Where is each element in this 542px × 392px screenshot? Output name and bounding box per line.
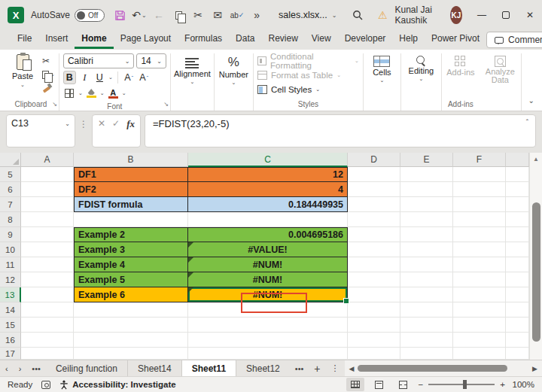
tab-view[interactable]: View: [305, 31, 338, 49]
document-title[interactable]: sales.xlsx... ⌄: [279, 10, 336, 20]
tab-power-pivot[interactable]: Power Pivot: [425, 31, 486, 49]
zoom-level[interactable]: 100%: [510, 380, 534, 389]
scroll-up-icon[interactable]: ▲: [533, 153, 539, 165]
drag-handle-icon[interactable]: ⋮: [79, 114, 88, 129]
row-header[interactable]: 16: [0, 333, 21, 348]
select-all-corner[interactable]: [0, 153, 21, 167]
cell[interactable]: [506, 197, 529, 212]
cell[interactable]: [506, 272, 529, 287]
dialog-launcher-icon[interactable]: ↘: [163, 102, 169, 108]
sheet-options-icon[interactable]: ⋮: [326, 360, 345, 376]
cell[interactable]: [506, 227, 529, 242]
bold-button[interactable]: B: [63, 71, 76, 84]
close-button[interactable]: ✕: [518, 0, 542, 30]
cell-b5[interactable]: DF1: [74, 167, 188, 182]
name-box[interactable]: C13 ⌄: [6, 114, 75, 147]
maximize-button[interactable]: [494, 0, 518, 30]
increase-font-button[interactable]: Aˆ: [123, 71, 136, 84]
sheet-tab-sheet12[interactable]: Sheet12: [236, 360, 290, 376]
cell-c11[interactable]: #NUM!: [188, 257, 348, 272]
cell[interactable]: [348, 287, 400, 302]
copy-button[interactable]: [170, 6, 187, 24]
column-header-c[interactable]: C: [188, 153, 348, 167]
cell[interactable]: [506, 167, 529, 182]
cell[interactable]: [506, 287, 529, 302]
row-header[interactable]: 8: [0, 212, 21, 227]
copy-button[interactable]: ⌄: [42, 68, 55, 81]
row-header[interactable]: 6: [0, 182, 21, 197]
spelling-button[interactable]: ab✓: [229, 6, 245, 24]
warning-icon[interactable]: ⚠: [378, 9, 388, 21]
horizontal-scrollbar[interactable]: ◀ ▶: [345, 360, 542, 376]
cut-button[interactable]: ✂: [190, 6, 206, 24]
cell[interactable]: [188, 212, 348, 227]
collapse-formula-bar-icon[interactable]: ˆ: [526, 119, 528, 127]
vertical-scrollbar[interactable]: ▲: [529, 153, 542, 360]
cell[interactable]: [453, 333, 506, 348]
zoom-out-button[interactable]: −: [419, 380, 424, 389]
excel-logo-icon[interactable]: X: [8, 7, 24, 23]
font-color-button[interactable]: A: [107, 87, 120, 100]
cell[interactable]: [348, 167, 400, 182]
tab-insert[interactable]: Insert: [38, 31, 75, 49]
cell[interactable]: [21, 333, 74, 348]
format-painter-button[interactable]: [42, 82, 55, 94]
cell[interactable]: [21, 227, 74, 242]
analyze-data-button[interactable]: Analyze Data: [483, 53, 517, 84]
conditional-formatting-button[interactable]: Conditional Formatting ⌄: [257, 54, 359, 67]
cancel-entry-button[interactable]: ✕: [98, 118, 105, 129]
cell[interactable]: [506, 182, 529, 197]
cell[interactable]: [506, 242, 529, 257]
back-button[interactable]: ←: [151, 6, 167, 24]
cell[interactable]: [188, 318, 348, 333]
cell-c7[interactable]: 0.184449935: [188, 197, 348, 212]
font-size-combo[interactable]: 14⌄: [136, 53, 166, 68]
autosave-toggle[interactable]: Off: [75, 9, 105, 22]
row-header[interactable]: 15: [0, 318, 21, 333]
accessibility-status[interactable]: Accessibility: Investigate: [59, 380, 175, 390]
zoom-slider[interactable]: [428, 384, 495, 385]
cell[interactable]: [400, 182, 453, 197]
vertical-scroll-thumb[interactable]: [532, 202, 540, 342]
cell[interactable]: [400, 287, 453, 302]
row-header[interactable]: 10: [0, 242, 21, 257]
alignment-button[interactable]: Alignment ⌄: [174, 53, 211, 85]
insert-function-button[interactable]: fx: [126, 118, 135, 130]
cell[interactable]: [453, 227, 506, 242]
cell[interactable]: [453, 272, 506, 287]
cell[interactable]: [348, 318, 400, 333]
column-header-f[interactable]: F: [453, 153, 506, 167]
chevron-down-icon[interactable]: ⌄: [108, 74, 113, 81]
cell-styles-button[interactable]: Cell Styles ⌄: [257, 83, 359, 96]
number-button[interactable]: % Number ⌄: [219, 53, 248, 86]
avatar[interactable]: KJ: [450, 6, 462, 24]
user-name[interactable]: Kunal Jai Kaushik: [395, 5, 443, 26]
cell[interactable]: [348, 302, 400, 318]
row-header[interactable]: 7: [0, 197, 21, 212]
cell[interactable]: [348, 348, 400, 360]
row-header[interactable]: 9: [0, 227, 21, 242]
cell[interactable]: [506, 212, 529, 227]
search-button[interactable]: [350, 6, 364, 24]
scroll-left-icon[interactable]: ◀: [349, 365, 355, 372]
cell[interactable]: [74, 348, 188, 360]
cell[interactable]: [188, 333, 348, 348]
cell-c5[interactable]: 12: [188, 167, 348, 182]
minimize-button[interactable]: —: [470, 0, 494, 30]
cell[interactable]: [74, 333, 188, 348]
new-sheet-button[interactable]: +: [309, 360, 325, 376]
cell[interactable]: [400, 302, 453, 318]
cell[interactable]: [453, 182, 506, 197]
cell[interactable]: [348, 272, 400, 287]
cell-b11[interactable]: Example 4: [74, 257, 188, 272]
cell[interactable]: [506, 302, 529, 318]
row-header[interactable]: 17: [0, 348, 21, 360]
cell[interactable]: [74, 302, 188, 318]
cell-b12[interactable]: Example 5: [74, 272, 188, 287]
cell[interactable]: [348, 257, 400, 272]
cell[interactable]: [506, 318, 529, 333]
cell[interactable]: [400, 318, 453, 333]
cell[interactable]: [400, 242, 453, 257]
page-break-view-button[interactable]: [394, 378, 413, 391]
cell[interactable]: [348, 242, 400, 257]
